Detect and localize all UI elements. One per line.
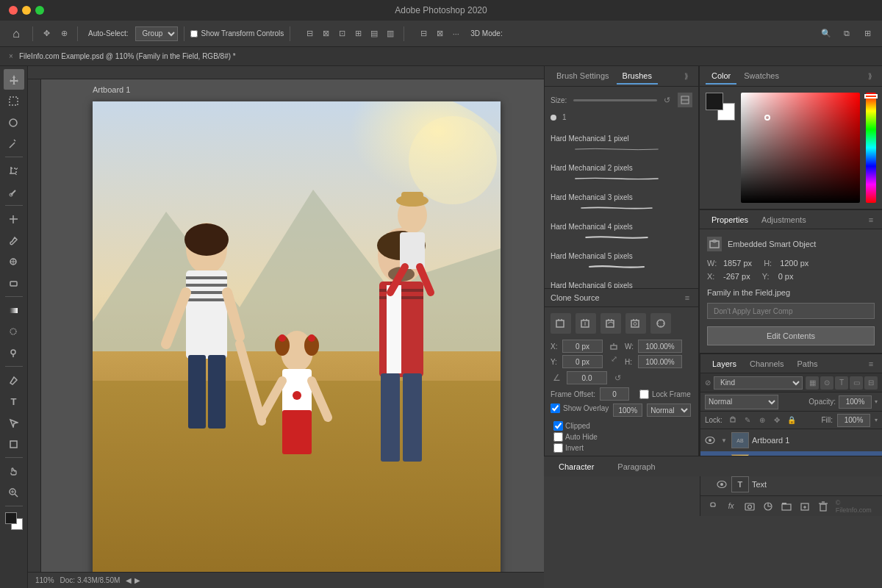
layer-vis-text[interactable]: [715, 478, 728, 491]
expand-icon[interactable]: ⟫: [681, 71, 692, 82]
path-select-tool[interactable]: [4, 412, 24, 433]
type-tool[interactable]: T: [4, 391, 24, 412]
opacity-input[interactable]: [839, 395, 872, 409]
overlay-checkbox[interactable]: [551, 404, 560, 413]
show-transform-controls[interactable]: Show Transform Controls: [190, 29, 284, 37]
align-bottom-icon[interactable]: ▥: [383, 26, 398, 41]
delete-layer-icon[interactable]: [817, 500, 830, 513]
layers-kind-select[interactable]: Kind Name Effect: [714, 376, 803, 390]
clipped-checkbox[interactable]: [553, 421, 563, 431]
size-slider[interactable]: [573, 99, 657, 101]
brush-tool[interactable]: [4, 230, 24, 251]
brush-item-1[interactable]: Hard Mechanical 1 pixel: [548, 130, 695, 158]
search-icon[interactable]: 🔍: [817, 25, 835, 43]
lock-move-icon[interactable]: ✥: [771, 415, 783, 426]
lock-pixels-icon[interactable]: [727, 415, 739, 426]
color-spectrum-area[interactable]: [866, 93, 876, 203]
clone-x-input[interactable]: [562, 340, 603, 353]
brush-edit-button[interactable]: [678, 93, 692, 107]
show-overlay-cb[interactable]: Show Overlay: [551, 404, 609, 413]
filter-smart-icon[interactable]: ⊟: [864, 376, 878, 390]
tab-brushes[interactable]: Brushes: [617, 68, 658, 85]
tab-paragraph[interactable]: Paragraph: [609, 459, 664, 474]
add-mask-icon[interactable]: [743, 500, 756, 513]
clipped-cb[interactable]: Clipped: [553, 421, 598, 431]
tab-brush-settings[interactable]: Brush Settings: [551, 68, 615, 85]
blur-tool[interactable]: [4, 321, 24, 342]
tab-properties[interactable]: Properties: [706, 212, 754, 227]
more-btn[interactable]: ···: [448, 26, 463, 41]
cs-icon-5[interactable]: [650, 313, 671, 334]
prev-page[interactable]: ◀: [126, 576, 132, 584]
cs-icon-1[interactable]: [551, 313, 571, 334]
layer-artboard-1[interactable]: ▼ AB Artboard 1: [700, 429, 882, 451]
align-top-icon[interactable]: ⊞: [351, 26, 365, 41]
props-menu[interactable]: ≡: [866, 215, 876, 225]
blend-mode-select[interactable]: Normal Multiply Screen Overlay: [705, 395, 778, 409]
layer-comp-dropdown[interactable]: Don't Apply Layer Comp: [707, 303, 875, 319]
close-tab-icon[interactable]: ×: [6, 51, 16, 62]
dist-h-icon[interactable]: ⊟: [416, 26, 431, 41]
new-layer-icon[interactable]: [799, 500, 811, 513]
layer-vis-artboard[interactable]: [703, 434, 717, 447]
brush-item-3[interactable]: Hard Mechanical 3 pixels: [548, 189, 695, 217]
filter-type-icon[interactable]: T: [835, 376, 848, 390]
artboard-canvas[interactable]: [93, 101, 501, 572]
dist-v-icon[interactable]: ⊠: [432, 26, 447, 41]
align-mid-icon[interactable]: ▤: [367, 26, 381, 41]
brush-panel-scroll[interactable]: Size: ↺ 1 Har: [545, 87, 698, 288]
maximize-button[interactable]: [35, 6, 44, 15]
align-right-icon[interactable]: ⊡: [334, 26, 349, 41]
eraser-tool[interactable]: [4, 273, 24, 293]
home-button[interactable]: ⌂: [6, 24, 26, 44]
invert-checkbox[interactable]: [553, 443, 563, 453]
add-adjustment-icon[interactable]: [761, 500, 774, 513]
canvas-content[interactable]: Artboard 1: [41, 79, 544, 572]
auto-hide-checkbox[interactable]: [553, 432, 563, 442]
layer-text[interactable]: T Text: [700, 473, 882, 495]
overlay-mode-select[interactable]: Normal Multiply: [647, 404, 691, 417]
filter-adjust-icon[interactable]: ⊙: [820, 376, 833, 390]
zoom-tool[interactable]: [4, 482, 24, 503]
color-gradient-area[interactable]: [741, 93, 860, 203]
wand-tool[interactable]: [4, 133, 24, 154]
shape-tool[interactable]: [4, 434, 24, 454]
layers-menu-icon[interactable]: ≡: [866, 359, 876, 369]
clone-w-input[interactable]: [638, 340, 682, 353]
gradient-tool[interactable]: [4, 300, 24, 320]
tab-color[interactable]: Color: [706, 68, 736, 85]
props-menu-icon[interactable]: ≡: [866, 215, 876, 225]
lock-icon-w[interactable]: [609, 344, 619, 354]
transform-checkbox[interactable]: [190, 30, 198, 37]
filter-shape-icon[interactable]: ▭: [850, 376, 863, 390]
edit-contents-button[interactable]: Edit Contents: [707, 326, 875, 345]
move-tool[interactable]: [4, 69, 24, 90]
reset-icon[interactable]: ↺: [662, 94, 673, 106]
lock-all-icon[interactable]: 🔒: [786, 415, 797, 426]
pen-tool[interactable]: [4, 370, 24, 390]
angle-reset-icon[interactable]: ↺: [612, 372, 623, 384]
color-spectrum[interactable]: [866, 93, 876, 203]
invert-cb[interactable]: Invert: [553, 443, 598, 453]
group-layers-icon[interactable]: [780, 500, 792, 513]
align-left-icon[interactable]: ⊟: [302, 26, 317, 41]
tab-layers[interactable]: Layers: [706, 356, 742, 371]
link-layers-icon[interactable]: [706, 500, 719, 513]
minimize-button[interactable]: [22, 6, 31, 15]
dodge-tool[interactable]: [4, 343, 24, 363]
lock-frame-checkbox[interactable]: Lock Frame: [639, 390, 691, 399]
close-button[interactable]: [9, 6, 18, 15]
fx-icon[interactable]: fx: [725, 500, 737, 513]
cs-icon-2[interactable]: [576, 313, 596, 334]
next-page[interactable]: ▶: [135, 576, 140, 584]
clone-source-menu[interactable]: ≡: [682, 293, 692, 303]
fill-input[interactable]: [837, 414, 870, 427]
clone-y-input[interactable]: [562, 355, 603, 368]
angle-input[interactable]: [567, 371, 607, 384]
lock-paint-icon[interactable]: ✎: [742, 415, 753, 426]
heal-tool[interactable]: [4, 209, 24, 229]
arrange-icon[interactable]: ⧉: [838, 25, 856, 43]
fg-bg-swatches[interactable]: [706, 93, 735, 121]
selection-tool[interactable]: [4, 90, 24, 111]
brush-item-5[interactable]: Hard Mechanical 5 pixels: [548, 248, 695, 276]
